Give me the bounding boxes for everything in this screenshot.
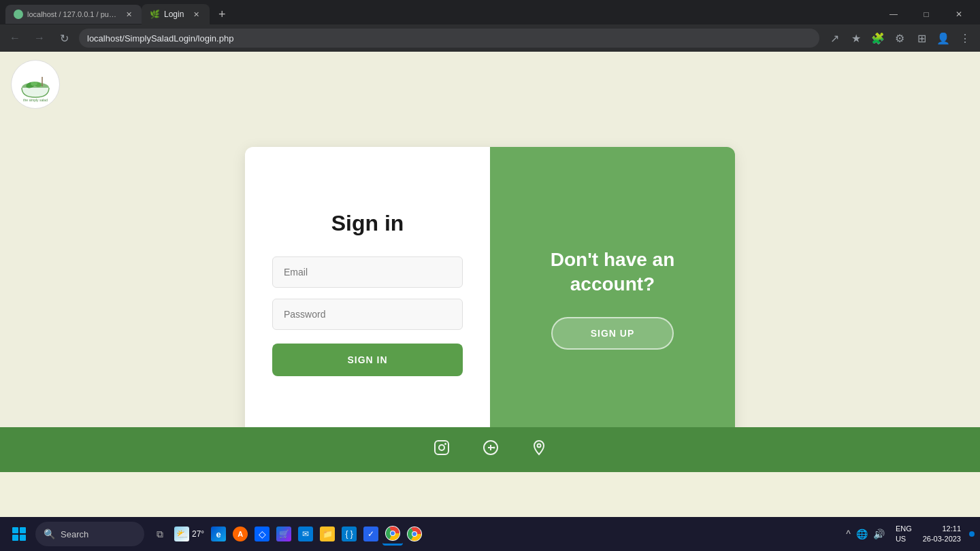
sign-up-button[interactable]: SIGN UP bbox=[551, 317, 674, 350]
weather-temp: 27° bbox=[192, 529, 204, 539]
svg-point-14 bbox=[391, 531, 395, 535]
start-button[interactable] bbox=[5, 520, 33, 548]
clock-time: 12:11 bbox=[942, 524, 961, 534]
back-button[interactable]: ← bbox=[5, 29, 24, 48]
tab-login-label: Login bbox=[164, 10, 184, 19]
page-content: the simply salad Sign in SIGN IN Don't h… bbox=[0, 52, 980, 472]
taskbar-dropbox[interactable]: ◇ bbox=[252, 524, 272, 544]
taskbar-search[interactable]: 🔍 Search bbox=[35, 522, 144, 546]
browser-chrome: localhost / 127.0.0.1 / purchase / ✕ 🌿 L… bbox=[0, 0, 980, 52]
taskbar-right: ^ 🌐 🔊 ENG US 12:11 26-03-2023 bbox=[840, 524, 975, 545]
logo-inner: the simply salad bbox=[15, 64, 56, 105]
login-card: Sign in SIGN IN Don't have an account? S… bbox=[245, 147, 735, 450]
windows-taskbar: 🔍 Search ⧉ ⛅ 27° e A ◇ 🛒 bbox=[0, 517, 980, 551]
instagram-icon[interactable] bbox=[434, 439, 450, 460]
tab-purchase-favicon bbox=[14, 10, 23, 19]
taskbar-apps: ⧉ ⛅ 27° e A ◇ 🛒 ✉ 📁 bbox=[150, 523, 425, 546]
tab-purchase-label: localhost / 127.0.0.1 / purchase / bbox=[27, 10, 118, 18]
login-left-panel: Sign in SIGN IN bbox=[245, 147, 490, 450]
password-field-group bbox=[272, 299, 463, 330]
svg-rect-6 bbox=[435, 441, 448, 454]
url-text: localhost/SimplySaladLogin/login.php bbox=[87, 33, 233, 44]
taskbar-todo[interactable]: ✓ bbox=[361, 524, 381, 544]
taskbar-avast[interactable]: A bbox=[230, 524, 250, 544]
sys-tray: ^ 🌐 🔊 bbox=[840, 529, 890, 539]
window-controls: — □ ✕ bbox=[878, 5, 975, 24]
game-icon[interactable] bbox=[483, 439, 499, 460]
taskbar-weather[interactable]: ⛅ 27° bbox=[172, 524, 207, 544]
taskbar-search-label: Search bbox=[61, 529, 88, 539]
login-right-panel: Don't have an account? SIGN UP bbox=[490, 147, 735, 450]
lang-label: ENG bbox=[896, 524, 912, 534]
taskbar-task-view[interactable]: ⧉ bbox=[150, 524, 170, 544]
settings-icon[interactable]: ⚙ bbox=[890, 29, 909, 48]
forward-button[interactable]: → bbox=[30, 29, 49, 48]
email-input[interactable] bbox=[272, 256, 463, 288]
windows-logo bbox=[12, 527, 26, 541]
tab-bar: localhost / 127.0.0.1 / purchase / ✕ 🌿 L… bbox=[0, 0, 980, 24]
url-bar[interactable]: localhost/SimplySaladLogin/login.php bbox=[79, 29, 819, 48]
language-region[interactable]: ENG US bbox=[893, 524, 915, 545]
new-tab-button[interactable]: + bbox=[212, 5, 231, 24]
notification-indicator[interactable] bbox=[969, 531, 975, 537]
svg-text:the simply salad: the simply salad bbox=[23, 98, 48, 102]
maximize-button[interactable]: □ bbox=[911, 5, 942, 24]
sign-in-button-group: SIGN IN bbox=[272, 341, 463, 376]
taskbar-search-icon: 🔍 bbox=[44, 529, 55, 539]
dont-have-account-text: Don't have an account? bbox=[551, 248, 674, 297]
tab-purchase[interactable]: localhost / 127.0.0.1 / purchase / ✕ bbox=[5, 5, 142, 24]
taskbar-file-explorer[interactable]: 📁 bbox=[317, 524, 338, 544]
minimize-button[interactable]: — bbox=[878, 5, 909, 24]
logo-svg: the simply salad bbox=[17, 66, 54, 103]
tray-arrow[interactable]: ^ bbox=[846, 529, 851, 539]
taskbar-chrome[interactable] bbox=[382, 523, 403, 546]
svg-point-17 bbox=[412, 532, 416, 536]
svg-point-11 bbox=[538, 444, 541, 448]
logo-container: the simply salad bbox=[11, 60, 60, 109]
email-field-group bbox=[272, 256, 463, 288]
share-icon[interactable]: ↗ bbox=[825, 29, 844, 48]
menu-icon[interactable]: ⋮ bbox=[956, 29, 975, 48]
taskbar-mail[interactable]: ✉ bbox=[295, 524, 316, 544]
taskbar-vscode[interactable]: { } bbox=[339, 524, 359, 544]
region-label: US bbox=[896, 534, 912, 544]
tab-purchase-close[interactable]: ✕ bbox=[125, 9, 133, 20]
taskbar-chrome-2[interactable] bbox=[404, 524, 425, 544]
svg-point-7 bbox=[439, 445, 444, 450]
sign-in-title: Sign in bbox=[331, 211, 404, 236]
svg-point-8 bbox=[444, 443, 446, 445]
taskbar-store[interactable]: 🛒 bbox=[274, 524, 294, 544]
svg-point-10 bbox=[493, 447, 495, 449]
clock-widget[interactable]: 12:11 26-03-2023 bbox=[917, 524, 966, 545]
taskbar-edge[interactable]: e bbox=[208, 524, 229, 544]
password-input[interactable] bbox=[272, 299, 463, 330]
profile-icon[interactable]: 👤 bbox=[934, 29, 953, 48]
grid-icon[interactable]: ⊞ bbox=[912, 29, 931, 48]
tab-login[interactable]: 🌿 Login ✕ bbox=[142, 4, 210, 24]
address-bar: ← → ↻ localhost/SimplySaladLogin/login.p… bbox=[0, 24, 980, 52]
location-icon[interactable] bbox=[532, 439, 546, 460]
page-footer bbox=[0, 427, 980, 472]
sign-in-button[interactable]: SIGN IN bbox=[272, 344, 463, 376]
tab-login-close[interactable]: ✕ bbox=[191, 9, 201, 20]
tab-login-favicon: 🌿 bbox=[150, 10, 160, 19]
logo-circle: the simply salad bbox=[11, 60, 60, 109]
bookmark-icon[interactable]: ★ bbox=[847, 29, 866, 48]
refresh-button[interactable]: ↻ bbox=[54, 29, 74, 48]
tray-network[interactable]: 🌐 bbox=[856, 529, 868, 539]
toolbar-icons: ↗ ★ 🧩 ⚙ ⊞ 👤 ⋮ bbox=[825, 29, 975, 48]
extensions-icon[interactable]: 🧩 bbox=[868, 29, 887, 48]
tray-volume[interactable]: 🔊 bbox=[873, 529, 885, 539]
close-button[interactable]: ✕ bbox=[943, 5, 975, 24]
clock-date: 26-03-2023 bbox=[923, 534, 961, 544]
